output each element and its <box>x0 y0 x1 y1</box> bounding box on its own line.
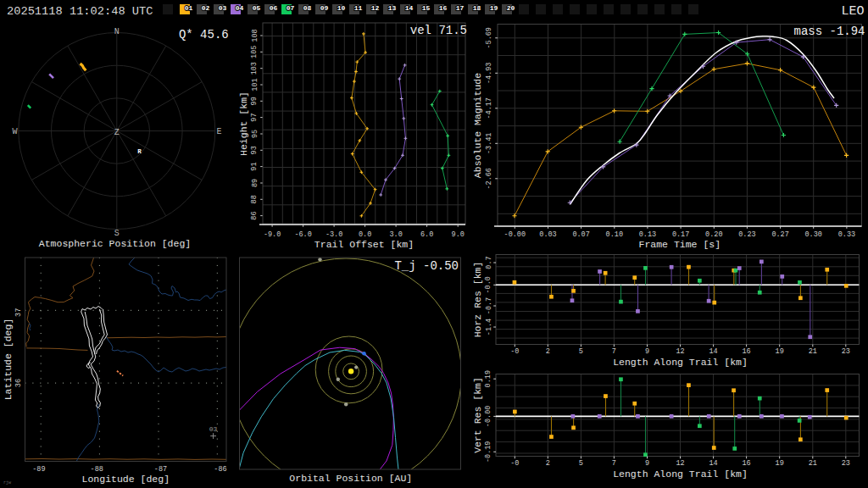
svg-text:Latitude [deg]: Latitude [deg] <box>3 319 14 401</box>
svg-text:Atmospheric Position [deg]: Atmospheric Position [deg] <box>39 238 191 249</box>
svg-text:7: 7 <box>612 347 616 356</box>
svg-text:Frame Time [s]: Frame Time [s] <box>638 239 721 250</box>
svg-text:14: 14 <box>405 4 414 12</box>
svg-text:86: 86 <box>251 211 259 219</box>
svg-text:89: 89 <box>251 179 259 187</box>
svg-text:19: 19 <box>490 4 498 12</box>
svg-text:10: 10 <box>337 4 346 12</box>
svg-text:0.07: 0.07 <box>572 230 589 239</box>
svg-text:-4.93: -4.93 <box>486 63 494 85</box>
svg-text:mass -1.94: mass -1.94 <box>793 25 865 38</box>
svg-text:Longitude [deg]: Longitude [deg] <box>82 474 170 485</box>
svg-text:08: 08 <box>303 4 312 12</box>
svg-text:0.10: 0.10 <box>606 230 623 239</box>
svg-text:108: 108 <box>251 29 259 42</box>
svg-text:-88: -88 <box>91 465 103 474</box>
svg-text:-5.69: -5.69 <box>486 27 494 49</box>
svg-text:T_j -0.50: T_j -0.50 <box>394 259 459 273</box>
svg-text:02: 02 <box>202 4 210 12</box>
svg-text:04: 04 <box>236 4 244 12</box>
svg-text:103: 103 <box>251 62 259 75</box>
svg-text:0.0: 0.0 <box>359 230 371 239</box>
svg-text:09: 09 <box>320 4 329 12</box>
svg-text:-1.4: -1.4 <box>485 319 493 336</box>
svg-text:13: 13 <box>388 4 397 12</box>
svg-text:19: 19 <box>776 459 784 468</box>
svg-text:15: 15 <box>422 4 431 12</box>
svg-text:16: 16 <box>439 4 448 12</box>
svg-text:-86: -86 <box>214 465 226 474</box>
svg-text:93: 93 <box>251 146 259 154</box>
svg-text:19: 19 <box>776 347 784 356</box>
svg-text:-2.66: -2.66 <box>486 168 494 190</box>
svg-text:12: 12 <box>371 4 380 12</box>
svg-text:06: 06 <box>270 4 278 12</box>
svg-text:0.19: 0.19 <box>485 370 493 387</box>
svg-text:03: 03 <box>209 425 218 433</box>
svg-text:-87: -87 <box>154 465 167 474</box>
svg-text:-0: -0 <box>510 459 519 468</box>
svg-text:9.0: 9.0 <box>452 230 465 239</box>
svg-text:0.03: 0.03 <box>539 230 556 239</box>
svg-text:S: S <box>114 229 120 238</box>
svg-text:-3.0: -3.0 <box>326 230 342 239</box>
svg-text:9: 9 <box>645 347 649 356</box>
svg-text:21: 21 <box>809 347 817 356</box>
svg-text:-0.00: -0.00 <box>485 406 493 428</box>
svg-text:-3.41: -3.41 <box>486 133 494 155</box>
svg-text:-9.0: -9.0 <box>264 230 281 239</box>
svg-text:R: R <box>137 148 142 155</box>
svg-text:05: 05 <box>253 4 261 12</box>
svg-text:vel 71.5: vel 71.5 <box>410 24 467 37</box>
svg-text:Length Along Trail [km]: Length Along Trail [km] <box>613 469 748 480</box>
svg-text:95: 95 <box>251 130 259 138</box>
svg-text:0.33: 0.33 <box>838 230 855 239</box>
svg-text:14: 14 <box>709 347 717 356</box>
svg-text:0.7: 0.7 <box>485 256 493 269</box>
svg-text:Absolute Magnitude: Absolute Magnitude <box>472 73 483 178</box>
svg-text:20251118 11:02:48 UTC: 20251118 11:02:48 UTC <box>7 5 153 18</box>
svg-text:37: 37 <box>14 308 23 317</box>
svg-text:07: 07 <box>287 4 295 12</box>
svg-text:88: 88 <box>251 195 259 203</box>
svg-text:-0: -0 <box>510 347 519 356</box>
svg-text:03: 03 <box>219 4 227 12</box>
svg-text:12: 12 <box>676 459 684 468</box>
svg-text:-0.7: -0.7 <box>485 297 493 314</box>
svg-text:Trail Offset [km]: Trail Offset [km] <box>314 239 414 250</box>
svg-text:rjw: rjw <box>3 480 11 485</box>
svg-text:-6.0: -6.0 <box>294 230 311 239</box>
svg-text:20: 20 <box>507 4 515 12</box>
svg-text:0.13: 0.13 <box>639 230 656 239</box>
svg-text:W: W <box>12 127 17 136</box>
svg-text:Orbital Position [AU]: Orbital Position [AU] <box>289 473 412 484</box>
svg-text:Height [km]: Height [km] <box>238 92 249 156</box>
svg-text:18: 18 <box>473 4 481 12</box>
svg-text:21: 21 <box>809 459 817 468</box>
svg-text:2: 2 <box>546 347 550 356</box>
svg-text:9: 9 <box>645 459 649 468</box>
svg-text:99: 99 <box>251 97 259 105</box>
svg-text:105: 105 <box>251 46 259 58</box>
svg-text:Length Along Trail [km]: Length Along Trail [km] <box>613 357 748 368</box>
svg-text:101: 101 <box>251 78 259 91</box>
svg-text:5: 5 <box>579 347 583 356</box>
svg-text:14: 14 <box>709 459 717 468</box>
svg-text:0.27: 0.27 <box>771 230 788 239</box>
svg-text:-4.17: -4.17 <box>486 97 494 119</box>
svg-text:7: 7 <box>612 459 616 468</box>
svg-text:2: 2 <box>546 459 550 468</box>
svg-text:3.0: 3.0 <box>389 230 402 239</box>
svg-text:N: N <box>114 27 120 36</box>
svg-text:11: 11 <box>354 4 363 12</box>
svg-text:12: 12 <box>676 347 684 356</box>
svg-text:-89: -89 <box>32 465 45 474</box>
svg-text:Vert Res [km]: Vert Res [km] <box>472 377 483 453</box>
svg-text:Q* 45.6: Q* 45.6 <box>179 28 229 42</box>
svg-text:91: 91 <box>251 162 259 170</box>
svg-text:17: 17 <box>456 4 465 12</box>
svg-text:LEO: LEO <box>841 4 864 19</box>
svg-text:23: 23 <box>842 347 850 356</box>
svg-text:-0.0: -0.0 <box>485 276 493 293</box>
svg-text:36: 36 <box>14 379 23 387</box>
